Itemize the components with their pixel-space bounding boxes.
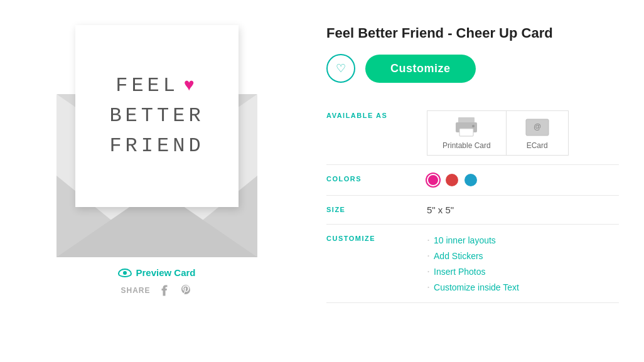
customize-option-2: Add Stickers (427, 249, 519, 262)
facebook-icon[interactable] (157, 283, 172, 298)
printer-icon (453, 116, 480, 139)
customize-button[interactable]: Customize (365, 55, 476, 83)
card-line-1: FEEL ♥ (115, 71, 198, 101)
customize-row: CUSTOMIZE 10 inner layouts Add Stickers … (326, 225, 619, 303)
card-display: FEEL ♥ BETTER FRIEND (50, 19, 264, 257)
preview-share-section: Preview Card SHARE (118, 267, 195, 298)
heart-wishlist-icon: ♡ (336, 61, 346, 75)
preview-card-link[interactable]: Preview Card (118, 267, 195, 278)
available-as-value: Printable Card @ ECard (427, 110, 619, 156)
colors-value (427, 174, 619, 186)
colors-label: COLORS (326, 174, 427, 183)
size-row: SIZE 5" x 5" (326, 196, 619, 225)
customize-option-3: Insert Photos (427, 265, 519, 278)
left-panel: FEEL ♥ BETTER FRIEND Preview Card SHARE (25, 19, 289, 298)
pinterest-icon[interactable] (178, 283, 193, 298)
action-row: ♡ Customize (326, 54, 619, 83)
color-dot-pink[interactable] (427, 174, 439, 186)
svg-rect-2 (459, 129, 473, 136)
card-front: FEEL ♥ BETTER FRIEND (75, 25, 239, 207)
customize-value: 10 inner layouts Add Stickers Insert Pho… (427, 233, 619, 294)
printable-card-option[interactable]: Printable Card (427, 110, 506, 156)
ecard-label: ECard (527, 141, 548, 150)
heart-icon: ♥ (184, 73, 198, 99)
wishlist-button[interactable]: ♡ (326, 54, 355, 83)
info-section: AVAILABLE AS (326, 102, 619, 303)
page-container: FEEL ♥ BETTER FRIEND Preview Card SHARE (0, 0, 644, 322)
available-as-row: AVAILABLE AS (326, 102, 619, 165)
right-panel: Feel Better Friend - Cheer Up Card ♡ Cus… (326, 19, 619, 303)
share-row: SHARE (121, 283, 193, 298)
size-text: 5" x 5" (427, 205, 454, 215)
svg-point-3 (472, 125, 475, 127)
product-title: Feel Better Friend - Cheer Up Card (326, 25, 619, 41)
ecard-option[interactable]: @ ECard (506, 110, 569, 156)
size-value: 5" x 5" (427, 205, 619, 215)
colors-row: COLORS (326, 165, 619, 196)
customize-label: CUSTOMIZE (326, 233, 427, 242)
customize-option-4: Customize inside Text (427, 280, 519, 294)
customize-list: 10 inner layouts Add Stickers Insert Pho… (427, 233, 519, 294)
available-as-options: Printable Card @ ECard (427, 110, 569, 156)
size-label: SIZE (326, 205, 427, 213)
available-as-label: AVAILABLE AS (326, 110, 427, 119)
card-line-2: BETTER (109, 101, 204, 131)
card-line-3: FRIEND (109, 131, 204, 161)
svg-text:@: @ (534, 122, 541, 131)
color-dot-blue[interactable] (464, 174, 477, 186)
envelope-icon: @ (523, 116, 551, 139)
customize-option-1: 10 inner layouts (427, 233, 519, 247)
eye-icon (118, 269, 132, 277)
color-dot-red[interactable] (446, 174, 458, 186)
printable-card-label: Printable Card (443, 141, 491, 150)
